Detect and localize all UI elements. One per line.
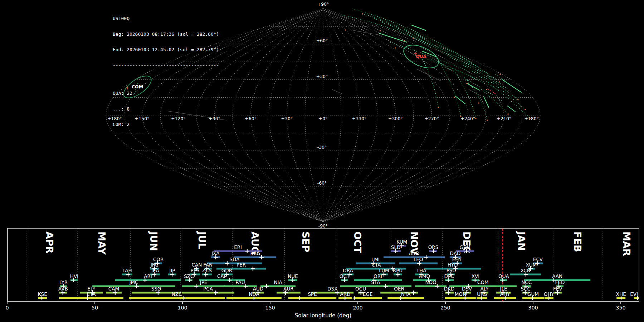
shower-code-label: SSG bbox=[151, 286, 161, 292]
radiant-label: QUA bbox=[416, 54, 426, 59]
x-tick-label: 0 bbox=[5, 305, 9, 311]
shower-code-label: JLE bbox=[499, 286, 507, 292]
shower-code-label: HVI bbox=[70, 273, 78, 279]
station-id: USL00Q bbox=[113, 16, 219, 21]
shower-code-label: SZC bbox=[184, 273, 194, 279]
shower-code-label: KUM bbox=[396, 239, 407, 245]
shower-code-label: CAM bbox=[108, 286, 119, 292]
latitude-label: +30° bbox=[316, 74, 328, 79]
longitude-label: +300° bbox=[388, 116, 403, 121]
shower-code-label: JXA bbox=[211, 250, 220, 256]
shower-code-label: NDA bbox=[249, 291, 259, 297]
shower-code-label: EVI bbox=[630, 291, 638, 297]
shower-code-label: ZCS bbox=[202, 268, 212, 273]
track-endpoint-dot bbox=[499, 82, 500, 83]
month-label: MAY bbox=[96, 231, 107, 255]
month-label: JUN bbox=[148, 231, 159, 251]
shower-code-label: CTA bbox=[372, 262, 381, 268]
radiant-track bbox=[404, 33, 525, 109]
radiant-track bbox=[382, 23, 509, 90]
track-endpoint-dot bbox=[525, 109, 526, 110]
shower-code-label: SPE bbox=[308, 291, 317, 297]
shower-code-label: ARD bbox=[340, 291, 350, 297]
meteor-trail bbox=[507, 106, 515, 112]
shower-code-label: XVI bbox=[472, 273, 479, 279]
track-endpoint-dot bbox=[380, 30, 381, 31]
latitude-label: -30° bbox=[317, 145, 327, 150]
shower-peak-marker bbox=[194, 284, 198, 288]
shower-labels: KUMERISLDORSGEMJXAKCGANDDADCORSDALMILEOE… bbox=[38, 239, 638, 297]
shower-code-label: RPU bbox=[393, 268, 402, 273]
shower-code-label: JEA bbox=[151, 268, 160, 273]
track-endpoint-dot bbox=[530, 118, 531, 119]
shower-code-label: NUE bbox=[288, 273, 298, 279]
shower-code-label: NOO bbox=[425, 279, 436, 285]
shower-code-label: XUM bbox=[526, 262, 537, 268]
track-endpoint-dot bbox=[438, 107, 439, 108]
activity-chart: APRMAYJUNJULAUGSEPOCTNOVDECJANFEBMARKUME… bbox=[5, 228, 640, 319]
longitude-label: +60° bbox=[245, 116, 257, 121]
shower-code-label: OCU bbox=[355, 286, 366, 292]
shower-code-label: JRC bbox=[150, 262, 158, 268]
shower-code-label: SCC bbox=[521, 286, 530, 292]
shower-code-label: ERI bbox=[234, 244, 242, 250]
month-label: SEP bbox=[300, 231, 311, 252]
longitude-label: +0° bbox=[319, 116, 328, 121]
shower-code-label: JPE bbox=[200, 279, 208, 285]
radiant-track bbox=[372, 18, 499, 82]
shower-code-label: LMI bbox=[371, 257, 380, 262]
red-trail bbox=[487, 89, 496, 94]
shower-code-label: LEO bbox=[414, 257, 423, 262]
shower-code-label: PAU bbox=[235, 279, 245, 285]
spacer bbox=[113, 78, 219, 80]
end-time: End: 20260103 12:45:02 (sol = 282.79°) bbox=[113, 47, 219, 53]
grid-meridian bbox=[323, 9, 377, 222]
shower-code-label: JIP bbox=[169, 268, 175, 273]
sporadic-trail bbox=[353, 30, 382, 35]
shower-code-label: AND bbox=[409, 250, 420, 256]
begin-time: Beg: 20260103 08:17:36 (sol = 282.60°) bbox=[113, 32, 219, 37]
shower-code-label: AUD bbox=[253, 286, 264, 292]
pole-label-north: +90° bbox=[317, 1, 329, 7]
info-panel: USL00Q Beg: 20260103 08:17:36 (sol = 282… bbox=[113, 6, 219, 138]
track-endpoint-dot bbox=[487, 120, 488, 121]
separator: -------------------------------------- bbox=[113, 63, 219, 68]
longitude-label: +30° bbox=[281, 116, 293, 121]
track-endpoint-dot bbox=[404, 40, 405, 42]
shower-code-label: DSV bbox=[462, 286, 472, 292]
shower-code-label: OCT bbox=[340, 273, 350, 279]
shower-code-label: NIA bbox=[274, 279, 282, 285]
shower-peak-marker bbox=[225, 261, 229, 265]
shower-code-label: KSE bbox=[38, 291, 47, 297]
shower-code-label: JMC bbox=[129, 279, 138, 285]
radiant-track bbox=[393, 28, 518, 100]
count-sporadic: ...: 8 bbox=[113, 107, 219, 112]
shower-code-label: PSU bbox=[447, 268, 456, 273]
latitude-label: +60° bbox=[316, 38, 328, 43]
shower-peak-marker bbox=[228, 278, 232, 282]
shower-code-label: URS bbox=[477, 291, 487, 297]
x-tick-label: 250 bbox=[440, 305, 450, 311]
shower-peak-marker bbox=[411, 291, 416, 295]
track-endpoint-dot bbox=[467, 83, 468, 84]
x-tick-label: 100 bbox=[177, 305, 187, 311]
shower-code-label: ETA bbox=[87, 291, 96, 297]
shower-code-label: GDR bbox=[221, 268, 232, 273]
radiant-track bbox=[481, 89, 508, 114]
shower-code-label: THA bbox=[416, 268, 426, 273]
shower-code-label: SLD bbox=[391, 244, 401, 250]
longitude-label: +270° bbox=[424, 116, 439, 121]
track-endpoint-dot bbox=[454, 97, 455, 98]
meteor-trail bbox=[455, 96, 465, 104]
track-endpoint-dot bbox=[362, 14, 363, 15]
shower-code-label: COR bbox=[153, 257, 164, 262]
shower-code-label: ALY bbox=[480, 286, 489, 292]
month-label: OCT bbox=[352, 231, 363, 254]
x-tick-label: 150 bbox=[265, 305, 275, 311]
plot-canvas: +90°-90°+60°+30°-30°-60°+180°+150°+120°+… bbox=[0, 0, 644, 322]
meteor-trail bbox=[484, 97, 489, 107]
shower-code-label: HYD bbox=[448, 262, 458, 268]
x-axis-title: Solar longitude (deg) bbox=[295, 312, 351, 319]
shower-code-label: DRA bbox=[343, 268, 353, 273]
shower-code-label: FEV bbox=[553, 286, 562, 292]
